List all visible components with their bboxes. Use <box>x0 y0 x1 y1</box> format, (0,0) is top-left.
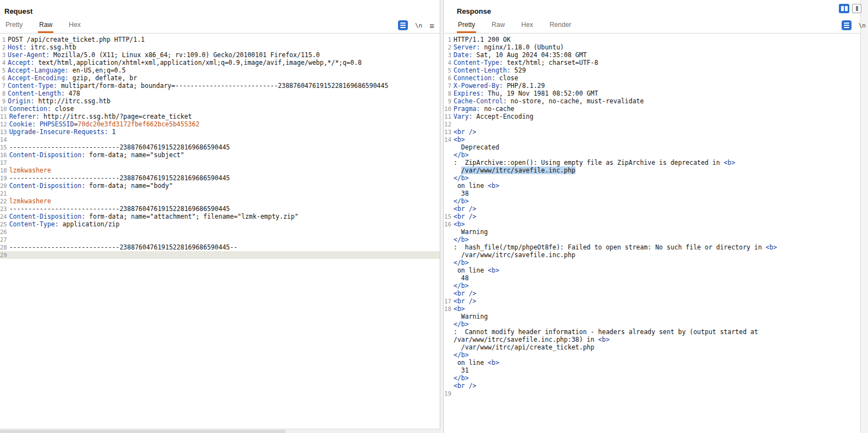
code-line[interactable]: 21 <box>0 190 440 197</box>
code-line[interactable]: 16Content-Disposition: form-data; name="… <box>0 151 440 159</box>
code-line[interactable]: 13Upgrade-Insecure-Requests: 1 <box>0 128 440 136</box>
code-line[interactable]: 8Content-Length: 478 <box>0 90 440 97</box>
syntax-highlight-icon[interactable] <box>398 20 408 30</box>
layout-option-icon[interactable] <box>852 4 861 13</box>
code-line[interactable]: <br /> <box>444 382 860 390</box>
code-line[interactable]: 15<br /> <box>444 213 860 220</box>
code-line[interactable]: 25Content-Type: application/zip <box>0 220 440 228</box>
code-line[interactable]: 22lzmkwashere <box>0 197 440 205</box>
code-line[interactable]: 4Accept: text/html,application/xhtml+xml… <box>0 59 440 66</box>
scrollbar-thumb[interactable] <box>0 430 286 433</box>
code-line[interactable]: <br /> <box>444 290 860 297</box>
code-line[interactable]: 6Accept-Encoding: gzip, deflate, br <box>0 74 440 82</box>
code-line[interactable]: 17 <box>0 159 440 166</box>
code-line[interactable]: 31 <box>444 367 860 374</box>
code-line[interactable]: : hash_file(/tmp/phpeOt8fe): Failed to o… <box>444 243 860 251</box>
code-line[interactable]: 28-----------------------------238876047… <box>0 243 440 251</box>
code-line[interactable]: 3User-Agent: Mozilla/5.0 (X11; Linux x86… <box>0 51 440 59</box>
code-line[interactable]: 9Origin: http://itrc.ssg.htb <box>0 97 440 105</box>
code-line[interactable]: 10Pragma: no-cache <box>444 105 860 113</box>
syntax-highlight-icon[interactable] <box>842 20 852 30</box>
code-line[interactable]: 12 <box>444 120 860 128</box>
code-line[interactable]: 24Content-Disposition: form-data; name="… <box>0 213 440 220</box>
code-line[interactable]: /var/www/itrc/savefile.inc.php <box>444 166 860 174</box>
code-line[interactable]: 6Connection: close <box>444 74 860 82</box>
response-viewer[interactable]: 1HTTP/1.1 200 OK2Server: nginx/1.18.0 (U… <box>444 34 860 433</box>
code-line[interactable]: /var/www/itrc/savefile.inc.php <box>444 251 860 259</box>
line-content: 38 <box>454 190 860 197</box>
code-line[interactable]: </b> <box>444 282 860 290</box>
code-line[interactable]: /var/www/itrc/savefile.inc.php:38) in <b… <box>444 336 860 343</box>
code-line[interactable]: 14<b> <box>444 136 860 143</box>
layout-columns-icon[interactable] <box>839 4 849 13</box>
code-line[interactable]: 19 <box>444 390 860 397</box>
request-editor[interactable]: 1POST /api/create_ticket.php HTTP/1.12Ho… <box>0 34 440 428</box>
code-line[interactable]: 7Content-Type: multipart/form-data; boun… <box>0 82 440 90</box>
code-line[interactable]: 18lzmkwashere <box>0 166 440 174</box>
code-line[interactable]: 12Cookie: PHPSESSID=70dc20e3fd3172fbef66… <box>0 120 440 128</box>
show-newlines-icon[interactable]: \n <box>859 22 866 29</box>
code-line[interactable]: 10Connection: close <box>0 105 440 113</box>
code-line[interactable]: </b> <box>444 174 860 182</box>
code-line[interactable]: 15-----------------------------238876047… <box>0 143 440 151</box>
token: Cookie: <box>9 120 36 128</box>
code-line[interactable]: on line <b> <box>444 182 860 190</box>
code-line[interactable]: 3Date: Sat, 10 Aug 2024 04:35:08 GMT <box>444 51 860 59</box>
code-line[interactable]: 19-----------------------------238876047… <box>0 174 440 182</box>
line-content: : ZipArchive::open(): Using empty file a… <box>454 159 860 166</box>
code-line[interactable]: 26 <box>0 228 440 236</box>
tab-render[interactable]: Render <box>549 18 572 33</box>
tab-raw[interactable]: Raw <box>38 18 53 33</box>
tab-raw[interactable]: Raw <box>490 18 506 33</box>
code-line[interactable]: 1POST /api/create_ticket.php HTTP/1.1 <box>0 36 440 43</box>
request-horizontal-scrollbar[interactable] <box>0 429 440 433</box>
code-line[interactable]: </b> <box>444 351 860 359</box>
code-line[interactable]: 4Content-Type: text/html; charset=UTF-8 <box>444 59 860 66</box>
code-line[interactable]: <br /> <box>444 205 860 213</box>
show-newlines-icon[interactable]: \n <box>415 22 422 29</box>
tab-pretty[interactable]: Pretty <box>457 18 476 33</box>
code-line[interactable]: 20Content-Disposition: form-data; name="… <box>0 182 440 190</box>
code-line[interactable]: 11Referer: http://itrc.ssg.htb/?page=cre… <box>0 113 440 120</box>
code-line[interactable]: </b> <box>444 197 860 205</box>
code-line[interactable]: 14 <box>0 136 440 143</box>
code-line[interactable]: 5Content-Length: 529 <box>444 66 860 74</box>
line-number: 16 <box>444 220 454 228</box>
menu-icon[interactable]: ≡ <box>429 21 434 30</box>
code-line[interactable]: Deprecated <box>444 143 860 151</box>
code-line[interactable]: </b> <box>444 151 860 159</box>
code-line[interactable]: 9Cache-Control: no-store, no-cache, must… <box>444 97 860 105</box>
code-line[interactable]: 13<br /> <box>444 128 860 136</box>
tab-hex[interactable]: Hex <box>520 18 534 33</box>
code-line[interactable]: on line <b> <box>444 267 860 274</box>
code-line[interactable]: 38 <box>444 190 860 197</box>
code-line[interactable]: </b> <box>444 374 860 382</box>
code-line[interactable]: 2Host: itrc.ssg.htb <box>0 43 440 51</box>
code-line[interactable]: 7X-Powered-By: PHP/8.1.29 <box>444 82 860 90</box>
code-line[interactable]: : ZipArchive::open(): Using empty file a… <box>444 159 860 166</box>
code-line[interactable]: 16<b> <box>444 220 860 228</box>
code-line[interactable]: 17<br /> <box>444 297 860 305</box>
code-line[interactable]: 11Vary: Accept-Encoding <box>444 113 860 120</box>
tab-hex[interactable]: Hex <box>68 18 81 33</box>
code-line[interactable]: : Cannot modify header information - hea… <box>444 328 860 336</box>
code-line[interactable]: 48 <box>444 274 860 282</box>
code-line[interactable]: 2Server: nginx/1.18.0 (Ubuntu) <box>444 43 860 51</box>
code-line[interactable]: Warning <box>444 313 860 320</box>
code-line[interactable]: 27 <box>0 236 440 243</box>
code-line[interactable]: 18<b> <box>444 305 860 313</box>
code-line[interactable]: 23-----------------------------238876047… <box>0 205 440 213</box>
code-line[interactable]: 1HTTP/1.1 200 OK <box>444 36 860 43</box>
code-line[interactable]: </b> <box>444 320 860 328</box>
response-scrollbar[interactable] <box>860 0 868 433</box>
code-line[interactable]: on line <b> <box>444 359 860 367</box>
code-line[interactable]: </b> <box>444 259 860 267</box>
code-line[interactable]: 5Accept-Language: en-US,en;q=0.5 <box>0 66 440 74</box>
code-line[interactable]: </b> <box>444 236 860 243</box>
code-line[interactable]: 8Expires: Thu, 19 Nov 1981 08:52:00 GMT <box>444 90 860 97</box>
code-line[interactable]: /var/www/itrc/api/create_ticket.php <box>444 343 860 351</box>
code-line[interactable]: 29 <box>0 251 440 259</box>
tab-pretty[interactable]: Pretty <box>4 18 24 33</box>
code-line[interactable]: Warning <box>444 228 860 236</box>
request-panel: Request PrettyRawHex \n ≡ 1POST /api/cre… <box>0 0 440 433</box>
